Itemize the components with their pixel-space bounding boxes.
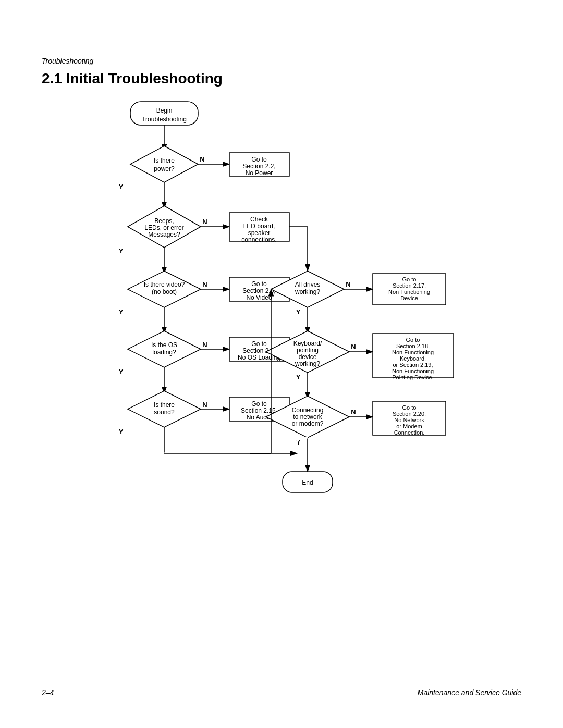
svg-text:Go to: Go to (402, 404, 417, 411)
svg-text:Non Functioning: Non Functioning (388, 289, 430, 295)
svg-text:Keyboard/: Keyboard/ (293, 340, 322, 347)
svg-text:LED board,: LED board, (243, 223, 275, 230)
svg-text:Go to: Go to (251, 156, 267, 163)
svg-text:No Power: No Power (246, 169, 273, 177)
svg-text:Connecting: Connecting (292, 406, 324, 414)
svg-text:Y: Y (296, 373, 301, 381)
svg-text:Begin: Begin (156, 107, 173, 114)
svg-text:Section 2.18,: Section 2.18, (396, 343, 430, 349)
svg-text:Messages?: Messages? (148, 231, 180, 238)
svg-text:Y: Y (119, 368, 124, 376)
svg-text:speaker: speaker (248, 229, 271, 237)
svg-text:Y: Y (119, 183, 124, 191)
svg-text:Pointing Device.: Pointing Device. (392, 374, 434, 380)
svg-text:N: N (200, 155, 204, 163)
page-number: 2–4 (42, 688, 54, 697)
section-title: 2.1 Initial Troubleshooting (42, 70, 223, 87)
svg-text:All drives: All drives (295, 281, 321, 288)
svg-text:or modem?: or modem? (292, 420, 324, 427)
svg-text:working?: working? (295, 360, 320, 367)
breadcrumb-text: Troubleshooting (42, 57, 93, 65)
svg-text:to network: to network (293, 413, 322, 421)
svg-text:Connection.: Connection. (394, 429, 425, 436)
svg-text:N: N (202, 280, 207, 288)
svg-text:Y: Y (119, 308, 124, 316)
svg-text:N: N (202, 218, 207, 226)
svg-text:Is the OS: Is the OS (151, 341, 177, 349)
svg-text:LEDs, or error: LEDs, or error (144, 224, 183, 231)
svg-text:No Network: No Network (394, 417, 424, 423)
svg-text:N: N (351, 343, 356, 351)
svg-text:or Modem: or Modem (396, 423, 422, 429)
svg-text:Troubleshooting: Troubleshooting (142, 116, 187, 123)
svg-text:Check: Check (250, 216, 268, 223)
svg-text:Device: Device (400, 295, 418, 301)
svg-text:power?: power? (154, 165, 175, 172)
svg-text:End: End (302, 479, 313, 486)
guide-title: Maintenance and Service Guide (418, 688, 521, 697)
svg-text:Section 2.2,: Section 2.2, (242, 163, 275, 170)
svg-text:Y: Y (119, 428, 124, 436)
svg-text:pointing: pointing (297, 347, 319, 354)
svg-text:Keyboard,: Keyboard, (400, 355, 426, 362)
svg-text:Non Functioning: Non Functioning (392, 349, 434, 355)
svg-text:Go to: Go to (406, 337, 420, 343)
svg-text:sound?: sound? (154, 409, 175, 416)
svg-text:Beeps,: Beeps, (154, 217, 174, 225)
svg-text:No Video: No Video (246, 294, 272, 301)
svg-text:device: device (299, 353, 317, 361)
svg-text:N: N (346, 280, 350, 288)
svg-text:(no boot): (no boot) (152, 288, 177, 295)
svg-text:Y: Y (119, 247, 124, 255)
svg-text:loading?: loading? (152, 349, 176, 356)
svg-text:or Section 2.19,: or Section 2.19, (393, 362, 433, 368)
page-header: Troubleshooting (42, 56, 521, 68)
svg-text:working?: working? (295, 288, 320, 295)
svg-text:Section 2.6,: Section 2.6, (242, 287, 275, 294)
svg-text:Go to: Go to (402, 276, 417, 282)
svg-text:Go to: Go to (251, 340, 267, 348)
page-footer: 2–4 Maintenance and Service Guide (42, 685, 521, 697)
svg-text:Section 2.20,: Section 2.20, (393, 411, 426, 417)
svg-text:Y: Y (296, 308, 301, 316)
svg-text:Go to: Go to (251, 400, 267, 408)
svg-text:connections.: connections. (241, 236, 276, 243)
svg-text:Is there: Is there (154, 157, 175, 164)
svg-text:Non Functioning: Non Functioning (392, 368, 434, 374)
svg-text:Is there: Is there (154, 401, 175, 409)
svg-text:Go to: Go to (251, 280, 267, 288)
svg-text:N: N (351, 408, 356, 416)
svg-text:Is there video?: Is there video? (144, 281, 185, 288)
svg-text:N: N (202, 341, 207, 349)
flowchart: Begin Troubleshooting Is there power? N … (42, 96, 542, 670)
svg-text:N: N (202, 401, 207, 409)
svg-text:Section 2.15,: Section 2.15, (241, 407, 277, 414)
svg-text:Section 2.17,: Section 2.17, (393, 282, 426, 289)
